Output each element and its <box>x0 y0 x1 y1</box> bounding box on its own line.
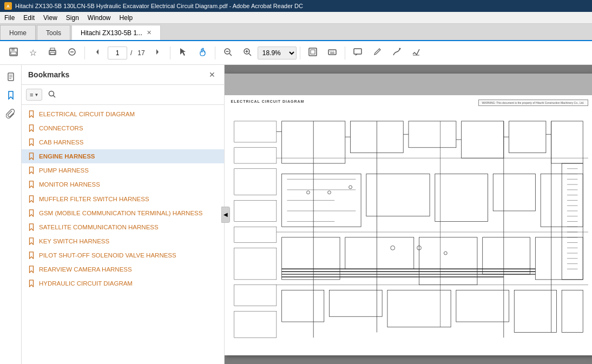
tab-close-icon[interactable]: ✕ <box>147 29 152 36</box>
svg-marker-10 <box>180 48 186 56</box>
bookmark-cab-harness[interactable]: CAB HARNESS <box>22 135 224 149</box>
nav-bookmarks-button[interactable] <box>3 88 19 104</box>
bookmark-muffler-filter[interactable]: MUFFLER FILTER SWITCH HARNESS <box>22 192 224 206</box>
bookmark-icon <box>28 124 35 132</box>
bookmark-label: ENGINE HARNESS <box>39 152 218 161</box>
bookmark-icon <box>28 209 35 217</box>
bookmark-pump-harness[interactable]: PUMP HARNESS <box>22 163 224 177</box>
next-page-button[interactable] <box>148 44 167 62</box>
pdf-diagram-label: ELECTRICAL CIRCUIT DIAGRAM <box>231 100 305 103</box>
pen-icon <box>372 47 382 59</box>
bookmark-label: PUMP HARNESS <box>39 166 218 175</box>
pen-button[interactable] <box>368 44 386 62</box>
cursor-tool-button[interactable] <box>174 44 192 62</box>
prev-page-icon <box>93 47 102 59</box>
pdf-viewer[interactable]: ELECTRICAL CIRCUIT DIAGRAM WARNING: This… <box>225 65 592 364</box>
main-area: Bookmarks ✕ ≡ ▼ ELECTRICAL CIRCUIT DIAGR… <box>0 65 592 364</box>
reduce-icon <box>67 47 77 59</box>
menu-view[interactable]: View <box>39 13 62 23</box>
menu-bar: File Edit View Sign Window Help <box>0 12 592 24</box>
nav-document-button[interactable] <box>3 69 19 85</box>
sidebar-header: Bookmarks ✕ <box>22 65 224 85</box>
tab-tools[interactable]: Tools <box>37 25 70 40</box>
bookmark-label: KEY SWITCH HARNESS <box>39 237 218 246</box>
sign-button[interactable] <box>407 44 425 62</box>
bookmark-engine-harness[interactable]: ENGINE HARNESS <box>22 149 224 163</box>
svg-marker-9 <box>156 49 159 55</box>
total-pages: 17 <box>137 49 144 57</box>
toolbar-sep-5 <box>345 47 345 59</box>
sidebar: Bookmarks ✕ ≡ ▼ ELECTRICAL CIRCUIT DIAGR… <box>22 65 225 364</box>
toolbar: ☆ 1 / 17 <box>0 41 592 65</box>
sign-icon <box>411 47 421 59</box>
zoom-select[interactable]: 18.9% 25% 50% 75% 100% 150% <box>258 47 297 59</box>
bookmark-label: CAB HARNESS <box>39 138 218 147</box>
next-page-icon <box>153 47 162 59</box>
menu-help[interactable]: Help <box>115 13 137 23</box>
comment-button[interactable] <box>348 44 367 62</box>
print-icon <box>48 47 57 59</box>
svg-line-34 <box>54 95 56 97</box>
svg-rect-1 <box>11 48 15 51</box>
fit-page-button[interactable] <box>304 44 322 62</box>
bookmark-icon <box>28 195 35 203</box>
tab-bar: Home Tools Hitachi ZX130-5B 1... ✕ <box>0 24 592 41</box>
page-number-input[interactable]: 1 <box>108 47 127 59</box>
bookmark-add-button[interactable]: ☆ <box>24 44 42 62</box>
menu-file[interactable]: File <box>0 13 19 23</box>
nav-document-icon <box>6 72 16 83</box>
circuit-diagram-svg <box>229 108 588 355</box>
bookmark-icon <box>28 266 35 273</box>
bookmark-rearview-camera[interactable]: REARVIEW CAMERA HARNESS <box>22 262 224 276</box>
bookmark-icon <box>28 280 35 287</box>
save-button[interactable] <box>4 44 23 62</box>
bookmark-label: MONITOR HARNESS <box>39 180 218 189</box>
sidebar-expand-button[interactable]: ≡ ▼ <box>26 89 42 101</box>
menu-edit[interactable]: Edit <box>19 13 39 23</box>
nav-attachments-icon <box>6 109 16 120</box>
draw-button[interactable] <box>387 44 406 62</box>
sidebar-collapse-button[interactable]: ◀ <box>221 207 230 223</box>
bookmark-label: SATELLITE COMMUNICATION HARNESS <box>39 223 218 231</box>
menu-sign[interactable]: Sign <box>62 13 83 23</box>
bookmark-icon <box>28 181 35 188</box>
menu-window[interactable]: Window <box>83 13 115 23</box>
bookmark-connectors[interactable]: CONNECTORS <box>22 121 224 135</box>
sidebar-close-button[interactable]: ✕ <box>207 69 218 80</box>
keyboard-button[interactable] <box>323 44 341 62</box>
bookmark-satellite-harness[interactable]: SATELLITE COMMUNICATION HARNESS <box>22 220 224 234</box>
hand-tool-button[interactable] <box>193 44 212 62</box>
bookmark-key-switch[interactable]: KEY SWITCH HARNESS <box>22 234 224 248</box>
toolbar-sep-4 <box>300 47 300 59</box>
svg-rect-2 <box>11 52 16 55</box>
svg-point-33 <box>49 91 54 96</box>
print-button[interactable] <box>43 44 62 62</box>
comment-icon <box>353 47 363 59</box>
zoom-out-button[interactable] <box>219 44 237 62</box>
bookmark-icon <box>28 252 35 259</box>
draw-icon <box>392 47 402 59</box>
zoom-in-icon <box>242 47 252 59</box>
sidebar-search-icon <box>48 90 56 100</box>
nav-bookmarks-icon <box>6 90 16 102</box>
bookmark-add-icon: ☆ <box>29 48 37 58</box>
bookmark-electrical-circuit[interactable]: ELECTRICAL CIRCUIT DIAGRAM <box>22 107 224 121</box>
reduce-button[interactable] <box>63 44 81 62</box>
bookmark-hydraulic-circuit[interactable]: HYDRAULIC CIRCUIT DIAGRAM <box>22 276 224 290</box>
bookmark-pilot-shutoff[interactable]: PILOT SHUT-OFF SOLENOID VALVE HARNESS <box>22 248 224 262</box>
svg-marker-8 <box>96 49 98 55</box>
cursor-icon <box>178 47 188 59</box>
svg-point-27 <box>399 48 400 49</box>
nav-attachments-button[interactable] <box>3 106 19 122</box>
sidebar-wrapper: Bookmarks ✕ ≡ ▼ ELECTRICAL CIRCUIT DIAGR… <box>22 65 225 364</box>
bookmark-gsm-harness[interactable]: GSM (MOBILE COMMUNICATION TERMINAL) HARN… <box>22 206 224 220</box>
left-icon-bar <box>0 65 22 364</box>
bookmark-monitor-harness[interactable]: MONITOR HARNESS <box>22 177 224 191</box>
bookmark-icon <box>28 153 35 160</box>
prev-page-button[interactable] <box>88 44 107 62</box>
bookmark-icon <box>28 138 35 146</box>
sidebar-search-button[interactable] <box>44 87 60 102</box>
tab-document[interactable]: Hitachi ZX130-5B 1... ✕ <box>71 25 161 40</box>
tab-home[interactable]: Home <box>0 25 36 40</box>
zoom-in-button[interactable] <box>238 44 256 62</box>
